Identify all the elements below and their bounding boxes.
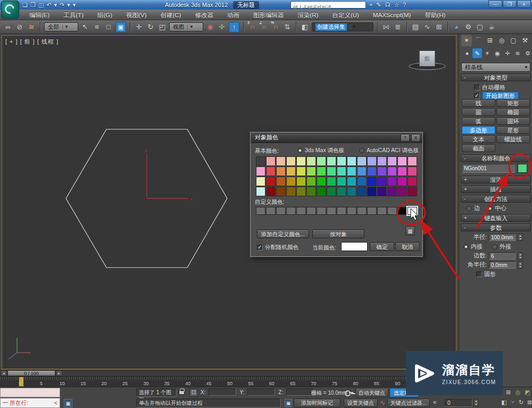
rollout-name-color[interactable]: - 名称和颜色 bbox=[461, 154, 531, 162]
rollout-rendering[interactable]: + 渲染 bbox=[461, 176, 531, 184]
category-helpers[interactable]: ✛ bbox=[503, 48, 512, 58]
menu-item[interactable]: 修改器 bbox=[188, 10, 220, 20]
shape-button-4[interactable]: 椭圆 bbox=[496, 108, 530, 116]
palette-swatch[interactable] bbox=[367, 187, 377, 196]
chevron-down-icon[interactable]: ▼ bbox=[350, 24, 356, 29]
palette-swatch[interactable] bbox=[347, 166, 356, 176]
shape-button-9[interactable]: 文本 bbox=[462, 135, 495, 143]
named-selection-sets-icon[interactable]: ◧ bbox=[300, 23, 310, 31]
tab-hierarchy[interactable]: ⊞ bbox=[485, 35, 495, 46]
select-and-link-icon[interactable]: ∞ bbox=[3, 23, 13, 31]
shape-button-7[interactable]: 多边形 bbox=[462, 126, 495, 134]
palette-swatch[interactable] bbox=[327, 156, 336, 166]
sides-field[interactable]: 6 bbox=[489, 252, 516, 260]
palette-swatch[interactable] bbox=[276, 156, 286, 166]
go-to-start-icon[interactable]: « bbox=[433, 398, 437, 406]
coord-field-z[interactable] bbox=[286, 388, 314, 396]
communication-center-icon[interactable]: ☊ bbox=[385, 2, 390, 9]
palette-swatch[interactable] bbox=[286, 187, 296, 196]
tab-modify[interactable]: ⌒ bbox=[473, 35, 484, 46]
by-object-button[interactable]: 按对象 bbox=[312, 229, 364, 238]
palette-swatch[interactable] bbox=[337, 166, 346, 176]
radio-dot[interactable] bbox=[297, 148, 303, 153]
menu-item[interactable]: 自定义(U) bbox=[325, 10, 365, 20]
qat-customize-caret-icon[interactable]: ▾ bbox=[73, 0, 76, 10]
menu-item[interactable]: 工具(T) bbox=[56, 10, 90, 20]
radio-option[interactable]: 外接 bbox=[492, 243, 511, 251]
radio-option[interactable]: 内接 bbox=[463, 243, 483, 251]
rollout-keyboard-entry[interactable]: + 键盘输入 bbox=[461, 214, 531, 222]
palette-swatch[interactable] bbox=[276, 187, 286, 196]
viewcube[interactable]: 前 bbox=[406, 51, 449, 72]
palette-swatch[interactable] bbox=[387, 156, 397, 166]
palette-swatch[interactable] bbox=[367, 166, 377, 176]
keyboard-shortcut-override-icon[interactable]: ↑ bbox=[229, 22, 239, 32]
reference-coordinate-dropdown[interactable]: 视图▼ bbox=[169, 22, 203, 31]
tab-display[interactable]: ▢ bbox=[508, 35, 519, 46]
category-cameras[interactable]: ◉ bbox=[493, 48, 502, 58]
rollout-object-type[interactable]: - 对象类型 bbox=[461, 73, 531, 81]
bind-to-space-warp-icon[interactable]: ≋ bbox=[27, 23, 36, 31]
auto-key-button[interactable]: 自动关键点 bbox=[355, 388, 388, 397]
shape-button-3[interactable]: 圆 bbox=[462, 108, 495, 116]
undo-icon[interactable]: ↶ bbox=[46, 0, 51, 10]
maxscript-listener-line[interactable]: 一 所在行: < bbox=[0, 398, 60, 408]
palette-swatch[interactable] bbox=[306, 187, 316, 196]
select-and-scale-icon[interactable]: ◰ bbox=[157, 23, 167, 31]
palette-swatch[interactable] bbox=[397, 187, 407, 196]
custom-swatch[interactable] bbox=[347, 207, 356, 215]
frame-spinner[interactable]: ▲▼ bbox=[473, 399, 479, 406]
palette-swatch[interactable] bbox=[408, 177, 417, 186]
custom-swatch[interactable] bbox=[367, 207, 377, 215]
select-and-rotate-icon[interactable]: ↻ bbox=[146, 23, 155, 31]
undo-caret-icon[interactable]: ▾ bbox=[54, 0, 57, 10]
search-input[interactable] bbox=[291, 4, 365, 11]
redo-caret-icon[interactable]: ▾ bbox=[67, 0, 70, 10]
add-custom-color-button[interactable]: 添加自定义颜色... bbox=[257, 229, 309, 238]
palette-swatch[interactable] bbox=[408, 156, 417, 166]
palette-swatch[interactable] bbox=[408, 166, 417, 176]
palette-swatch[interactable] bbox=[306, 166, 316, 176]
window-crossing-toggle-icon[interactable]: ▣ bbox=[115, 22, 126, 32]
select-by-color-button[interactable]: ▦ bbox=[405, 226, 415, 236]
category-lights[interactable]: ☀ bbox=[483, 48, 492, 58]
palette-swatch[interactable] bbox=[286, 156, 296, 166]
palette-swatch[interactable] bbox=[256, 166, 265, 176]
palette-swatch[interactable] bbox=[286, 177, 296, 186]
angle-snap-icon[interactable]: ∩∠ bbox=[259, 23, 269, 31]
orbit-icon[interactable]: ↻ bbox=[517, 398, 525, 406]
radio-dot[interactable] bbox=[463, 244, 469, 249]
palette-swatch[interactable] bbox=[397, 177, 407, 186]
palette-swatch[interactable] bbox=[256, 177, 265, 186]
current-color-swatch[interactable] bbox=[341, 242, 368, 251]
palette-swatch[interactable] bbox=[276, 177, 286, 186]
palette-swatch[interactable] bbox=[387, 166, 397, 176]
macro-recorder-line[interactable] bbox=[0, 388, 60, 397]
cancel-button[interactable]: 取消 bbox=[395, 242, 420, 251]
palette-swatch[interactable] bbox=[296, 156, 306, 166]
ok-button[interactable]: 确定 bbox=[370, 242, 394, 251]
select-object-icon[interactable]: ↖ bbox=[80, 23, 90, 31]
radius-field[interactable]: 100.0mm bbox=[489, 234, 516, 241]
menu-item[interactable]: 渲染(R) bbox=[290, 10, 325, 20]
palette-swatch[interactable] bbox=[367, 156, 377, 166]
object-color-swatch[interactable] bbox=[518, 164, 527, 173]
palette-swatch[interactable] bbox=[317, 166, 326, 176]
custom-swatch[interactable] bbox=[408, 207, 417, 215]
rollout-parameters[interactable]: - 参数 bbox=[461, 223, 531, 231]
start-new-shape-checkbox[interactable] bbox=[474, 93, 480, 99]
palette-swatch[interactable] bbox=[296, 177, 306, 186]
selection-filter-dropdown[interactable]: 全部▼ bbox=[44, 22, 78, 31]
palette-swatch[interactable] bbox=[347, 187, 356, 196]
palette-swatch[interactable] bbox=[256, 156, 265, 166]
radio-dot[interactable] bbox=[487, 206, 493, 211]
palette-swatch[interactable] bbox=[357, 156, 367, 166]
radius-spinner[interactable]: ▲▼ bbox=[518, 234, 523, 241]
coord-field-x[interactable] bbox=[209, 388, 236, 396]
dialog-help-button[interactable]: ? bbox=[401, 134, 410, 141]
zoom-extents-all-icon[interactable]: ◩ bbox=[523, 388, 531, 396]
coord-field-y[interactable] bbox=[247, 388, 275, 396]
palette-swatch[interactable] bbox=[306, 177, 316, 186]
custom-swatch[interactable] bbox=[327, 207, 336, 215]
custom-swatch[interactable] bbox=[286, 207, 296, 215]
